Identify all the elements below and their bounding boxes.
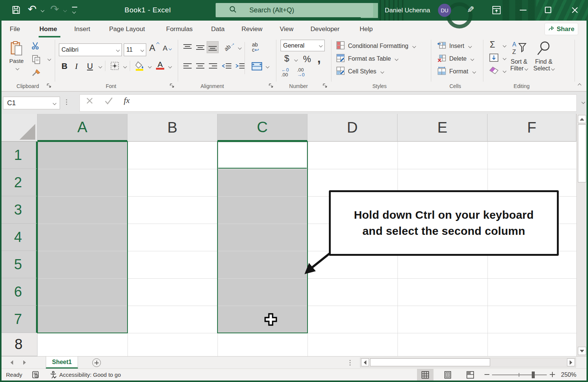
view-page-layout-button[interactable] [440,369,456,381]
tab-insert[interactable]: Insert [74,21,91,37]
underline-button[interactable]: U [87,61,93,71]
format-painter-icon[interactable] [32,68,41,79]
expand-formula-bar-icon[interactable] [582,100,585,104]
horizontal-scrollbar-thumb[interactable] [370,358,490,366]
conditional-formatting-button[interactable]: Conditional Formatting [336,40,416,52]
alignment-dialog-launcher-icon[interactable] [268,83,274,88]
close-button[interactable] [571,6,579,15]
sheet-nav-next-icon[interactable] [23,360,26,365]
merge-center-icon[interactable] [251,61,262,73]
insert-function-icon[interactable]: fx [124,96,130,105]
decrease-decimal-button[interactable]: .00 →0 [297,67,304,77]
tab-developer[interactable]: Developer [310,21,340,37]
align-center-icon[interactable] [196,62,205,72]
tab-data[interactable]: Data [210,21,225,37]
accounting-dropdown-icon[interactable] [294,58,298,62]
ribbon-display-options-icon[interactable] [492,6,501,16]
underline-dropdown-icon[interactable] [99,65,102,69]
paste-button[interactable]: Paste [6,40,27,79]
wrap-text-icon[interactable]: ab c↩ [252,42,263,52]
column-header-e[interactable]: E [398,114,488,142]
fill-color-dropdown-icon[interactable] [148,65,152,69]
fill-button-icon[interactable] [489,53,499,64]
formula-bar-splitter[interactable] [66,99,67,105]
row-header-5[interactable]: 5 [0,251,38,278]
fill-dropdown-icon[interactable] [503,57,507,60]
tab-file[interactable]: File [9,21,21,37]
copy-dropdown-icon[interactable] [48,57,51,61]
vertical-scrollbar[interactable] [576,114,587,356]
font-color-dropdown-icon[interactable] [168,65,172,69]
tab-page-layout[interactable]: Page Layout [108,21,146,37]
zoom-slider-track[interactable] [492,375,547,375]
accounting-format-button[interactable]: $ [284,53,289,64]
font-color-icon[interactable]: A [156,60,164,70]
orientation-dropdown-icon[interactable] [238,46,242,50]
number-format-combo[interactable]: General [280,40,325,51]
accessibility-status[interactable]: Accessibility: Good to go [59,372,121,378]
search-input[interactable]: Search (Alt+Q) [216,3,373,17]
format-cells-button[interactable]: Format [437,66,476,77]
tab-home[interactable]: Home [39,21,58,37]
tab-view[interactable]: View [279,21,294,37]
selected-range-column-c[interactable] [218,142,308,333]
tab-formulas[interactable]: Formulas [165,21,194,37]
maximize-button[interactable] [545,7,551,13]
autosum-dropdown-icon[interactable] [503,44,507,48]
cut-icon[interactable] [31,41,40,52]
font-dialog-launcher-icon[interactable] [170,83,175,88]
insert-cells-button[interactable]: Insert [437,40,471,52]
vertical-scrollbar-thumb[interactable] [578,124,586,182]
sort-filter-button[interactable]: AZ Sort & Filter [508,40,530,72]
font-size-combo[interactable]: 11 [124,43,146,56]
fill-color-icon[interactable] [135,61,145,73]
bold-button[interactable]: B [62,61,68,71]
copy-icon[interactable] [32,55,41,66]
borders-icon[interactable] [110,61,119,72]
font-name-combo[interactable]: Calibri [59,43,122,56]
tab-help[interactable]: Help [359,21,374,37]
comma-style-button[interactable]: , [317,51,321,66]
save-icon[interactable] [11,5,21,16]
italic-button[interactable]: I [75,61,78,71]
zoom-in-button[interactable] [550,372,555,377]
undo-dropdown-icon[interactable] [41,9,45,12]
new-sheet-button[interactable] [92,358,101,367]
undo-icon[interactable]: ↶ [28,3,36,15]
minimize-button[interactable] [520,10,526,10]
align-right-icon[interactable] [208,62,218,72]
row-header-4[interactable]: 4 [0,224,38,251]
align-bottom-button-selected[interactable] [207,41,219,53]
user-name[interactable]: Daniel Uchenna [385,7,430,14]
cancel-icon[interactable] [86,97,94,106]
format-as-table-button[interactable]: Format as Table [336,53,398,64]
row-header-3[interactable]: 3 [0,196,38,224]
scroll-right-button[interactable] [567,358,575,366]
row-header-2[interactable]: 2 [0,169,38,196]
increase-decimal-button[interactable]: ←0 .00 [281,67,289,77]
tab-review[interactable]: Review [241,21,263,37]
row-header-1[interactable]: 1 [0,142,38,169]
scroll-up-button[interactable] [578,115,586,123]
feedback-pen-icon[interactable]: ✎ [467,4,474,15]
zoom-slider-thumb[interactable] [532,372,535,378]
accessibility-icon[interactable] [50,371,57,380]
enter-icon[interactable] [104,97,113,106]
zoom-level[interactable]: 250% [561,372,576,378]
decrease-font-size-button[interactable]: A [163,44,171,52]
formula-input[interactable] [140,95,574,111]
active-cell-c1[interactable] [218,142,307,169]
select-all-button[interactable] [0,114,38,142]
align-left-icon[interactable] [183,62,192,72]
find-select-button[interactable]: Find & Select [532,40,555,72]
borders-dropdown-icon[interactable] [123,65,127,69]
clipboard-dialog-launcher-icon[interactable] [46,83,52,88]
column-header-d[interactable]: D [308,114,398,142]
percent-style-button[interactable]: % [303,54,311,64]
increase-font-size-button[interactable]: A [149,43,159,53]
clear-button-icon[interactable] [489,66,500,76]
view-normal-button[interactable] [417,369,434,381]
name-box[interactable]: C1 [3,97,60,109]
merge-center-dropdown-icon[interactable] [266,65,270,69]
row-header-7[interactable]: 7 [0,306,38,333]
